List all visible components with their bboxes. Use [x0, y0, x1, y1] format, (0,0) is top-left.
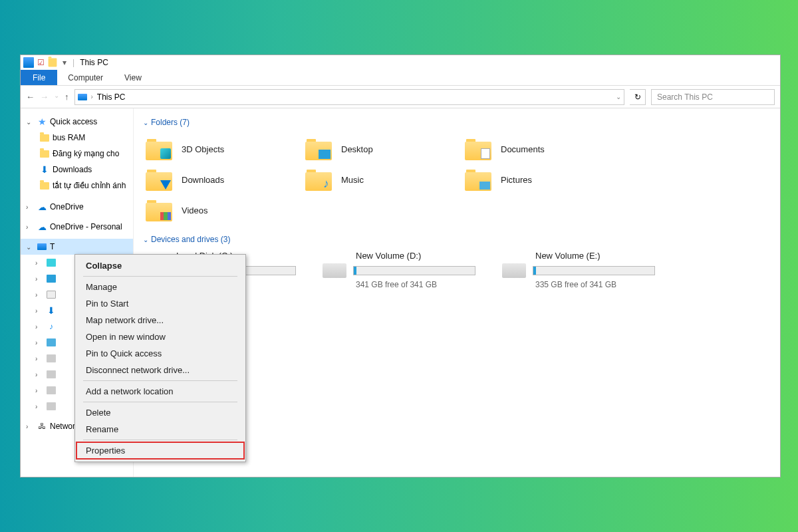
tab-file[interactable]: File: [21, 70, 57, 85]
generic-icon: [46, 257, 57, 268]
folder-label: Music: [341, 175, 364, 185]
tree-label: OneDrive: [50, 202, 84, 211]
tree-onedrive-personal[interactable]: ›☁OneDrive - Personal: [21, 219, 133, 235]
folder-desktop[interactable]: Desktop: [303, 134, 462, 164]
chevron-down-icon: ⌄: [143, 236, 148, 243]
menu-pin-quick-access[interactable]: Pin to Quick access: [76, 345, 244, 362]
pc-icon: [23, 57, 34, 68]
titlebar: ☑ ▾ | This PC: [21, 55, 780, 70]
tree-qa-item[interactable]: Đăng ký mạng cho: [21, 146, 133, 162]
quick-access-toolbar: ☑ ▾: [23, 57, 70, 68]
chevron-down-icon[interactable]: ⌄: [26, 118, 34, 126]
folder-downloads[interactable]: Downloads: [143, 164, 303, 195]
network-icon: 🖧: [37, 421, 47, 432]
folder-videos[interactable]: Videos: [143, 195, 303, 225]
folder-icon: [39, 132, 50, 143]
chevron-right-icon[interactable]: ›: [91, 93, 93, 100]
menu-add-network-location[interactable]: Add a network location: [76, 383, 244, 400]
drive-icon: [323, 263, 346, 278]
folder-label: Pictures: [501, 175, 532, 185]
tree-qa-item[interactable]: ⬇Downloads: [21, 162, 133, 178]
refresh-button[interactable]: ↻: [630, 89, 646, 105]
dropdown-icon[interactable]: ▾: [59, 57, 70, 68]
tab-view[interactable]: View: [114, 70, 152, 85]
cloud-icon: ☁: [37, 221, 47, 232]
chevron-right-icon[interactable]: ›: [35, 323, 43, 331]
menu-properties[interactable]: Properties: [76, 442, 244, 459]
tree-qa-item[interactable]: bus RAM: [21, 130, 133, 146]
menu-disconnect-drive[interactable]: Disconnect network drive...: [76, 362, 244, 378]
folder-icon: [146, 138, 172, 160]
up-button[interactable]: ↑: [65, 92, 69, 102]
generic-icon: [46, 273, 57, 284]
chevron-right-icon[interactable]: ›: [35, 339, 43, 346]
folder-icon: [465, 168, 491, 191]
menu-open-new-window[interactable]: Open in new window: [76, 329, 244, 345]
section-devices[interactable]: ⌄Devices and drives (3): [143, 235, 771, 244]
usage-bar: [353, 266, 475, 275]
generic-icon: [46, 289, 57, 300]
chevron-down-icon[interactable]: ⌄: [26, 243, 34, 251]
menu-pin-start[interactable]: Pin to Start: [76, 295, 244, 312]
chevron-right-icon[interactable]: ›: [35, 387, 43, 394]
search-input[interactable]: Search This PC: [651, 89, 775, 105]
chevron-right-icon[interactable]: ›: [35, 291, 43, 299]
menu-map-drive[interactable]: Map network drive...: [76, 312, 244, 329]
ribbon-tabs: File Computer View: [21, 70, 780, 86]
tab-computer[interactable]: Computer: [57, 70, 114, 85]
checkmark-icon[interactable]: ☑: [35, 57, 46, 68]
section-label: Folders (7): [151, 118, 190, 127]
folder-3d-objects[interactable]: 3D Objects: [143, 134, 303, 164]
folder-music[interactable]: ♪Music: [303, 164, 462, 195]
folder-documents[interactable]: Documents: [462, 134, 622, 164]
folder-icon: ♪: [305, 168, 332, 191]
drive-e[interactable]: New Volume (E:) 335 GB free of 341 GB: [502, 251, 655, 289]
drive-d[interactable]: New Volume (D:) 341 GB free of 341 GB: [323, 251, 475, 289]
menu-delete[interactable]: Delete: [76, 404, 244, 421]
folder-label: 3D Objects: [182, 144, 224, 154]
folder-label: Videos: [182, 205, 208, 215]
menu-manage[interactable]: Manage: [76, 279, 244, 295]
menu-separator: [83, 276, 237, 277]
back-button[interactable]: ←: [26, 92, 35, 102]
chevron-right-icon[interactable]: ›: [26, 223, 34, 231]
chevron-right-icon[interactable]: ›: [35, 403, 43, 410]
star-icon: ★: [37, 116, 47, 127]
chevron-right-icon[interactable]: ›: [26, 423, 34, 430]
chevron-right-icon[interactable]: ›: [26, 203, 34, 211]
folder-pictures[interactable]: Pictures: [462, 164, 622, 195]
recent-dropdown-icon[interactable]: ⌄: [54, 92, 59, 102]
folder-icon: [146, 168, 172, 191]
download-icon: ⬇: [39, 164, 50, 175]
folder-icon: [39, 148, 50, 159]
address-bar[interactable]: › This PC ⌄: [74, 89, 625, 105]
menu-rename[interactable]: Rename: [76, 421, 244, 438]
tree-label: Downloads: [53, 165, 92, 174]
folder-label: Documents: [501, 144, 545, 154]
section-folders[interactable]: ⌄Folders (7): [143, 118, 771, 127]
tree-quick-access[interactable]: ⌄ ★ Quick access: [21, 114, 133, 130]
music-icon: ♪: [46, 321, 57, 332]
chevron-right-icon[interactable]: ›: [35, 371, 43, 378]
folder-label: Downloads: [182, 175, 224, 185]
navbar: ← → ⌄ ↑ › This PC ⌄ ↻ Search This PC: [21, 86, 780, 108]
breadcrumb[interactable]: This PC: [97, 92, 126, 102]
chevron-right-icon[interactable]: ›: [35, 307, 43, 315]
chevron-down-icon[interactable]: ⌄: [616, 93, 621, 100]
forward-button[interactable]: →: [40, 92, 49, 102]
free-space: 341 GB free of 341 GB: [356, 280, 475, 289]
tree-this-pc[interactable]: ⌄T: [21, 239, 133, 255]
drive-icon: [46, 385, 57, 396]
folder-icon: [305, 138, 332, 160]
tree-onedrive[interactable]: ›☁OneDrive: [21, 199, 133, 215]
chevron-right-icon[interactable]: ›: [35, 275, 43, 283]
usage-bar: [533, 266, 655, 275]
menu-collapse[interactable]: Collapse: [76, 257, 244, 274]
tree-label: OneDrive - Personal: [50, 222, 122, 231]
chevron-right-icon[interactable]: ›: [35, 355, 43, 362]
tree-label: T: [50, 242, 55, 251]
chevron-right-icon[interactable]: ›: [35, 259, 43, 267]
tree-qa-item[interactable]: tắt tự điều chỉnh ánh: [21, 178, 133, 194]
context-menu: Collapse Manage Pin to Start Map network…: [74, 254, 246, 462]
folder-icon: [465, 138, 491, 160]
